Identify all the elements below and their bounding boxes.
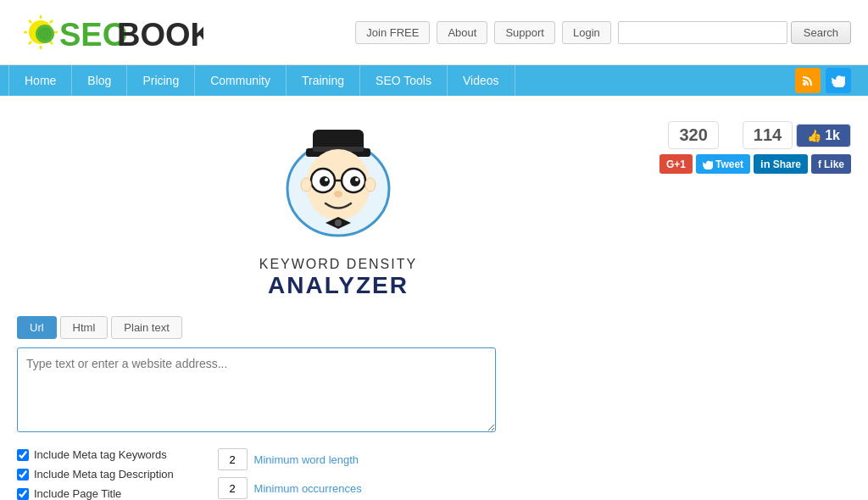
google-plus-count: 320 xyxy=(668,121,718,149)
min-occurrences-item: 2 Minimum occurrences xyxy=(218,477,362,499)
min-word-length-label: Minimum word length xyxy=(254,453,359,466)
svg-line-4 xyxy=(50,42,53,44)
rss-icon[interactable] xyxy=(795,68,821,93)
svg-point-24 xyxy=(325,178,328,181)
logo: SEO BOOK xyxy=(17,8,203,56)
svg-line-6 xyxy=(29,42,31,44)
meta-description-label: Include Meta tag Description xyxy=(34,468,174,481)
main-content: KEYWORD DENSITY ANALYZER 320 114 👍 1k G+… xyxy=(0,96,868,500)
join-button[interactable]: Join FREE xyxy=(355,21,430,44)
tool-area: KEYWORD DENSITY ANALYZER 320 114 👍 1k G+… xyxy=(17,113,851,299)
tool-logo-area: KEYWORD DENSITY ANALYZER xyxy=(17,113,659,299)
options-row: Include Meta tag Keywords Include Meta t… xyxy=(17,448,851,500)
input-tabs: Url Html Plain text xyxy=(17,316,851,339)
nav-item-videos[interactable]: Videos xyxy=(448,65,515,96)
svg-point-26 xyxy=(334,191,342,197)
search-button[interactable]: Search xyxy=(791,21,851,44)
nav-item-pricing[interactable]: Pricing xyxy=(127,65,195,96)
search-input[interactable] xyxy=(618,21,787,44)
facebook-like-button[interactable]: f Like xyxy=(811,154,851,174)
stats-row: 320 114 👍 1k xyxy=(668,121,851,149)
mascot-image xyxy=(270,113,406,248)
meta-keywords-option[interactable]: Include Meta tag Keywords xyxy=(17,448,184,461)
svg-point-28 xyxy=(335,219,342,226)
tab-html[interactable]: Html xyxy=(60,316,108,339)
nav-item-blog[interactable]: Blog xyxy=(72,65,127,96)
nav-item-training[interactable]: Training xyxy=(287,65,360,96)
meta-keywords-checkbox[interactable] xyxy=(17,449,29,461)
linkedin-share-button[interactable]: in Share xyxy=(754,154,808,174)
nav-icons xyxy=(795,68,860,93)
meta-description-checkbox[interactable] xyxy=(17,469,29,481)
input-area xyxy=(17,347,496,435)
tool-title: KEYWORD DENSITY ANALYZER xyxy=(259,257,417,299)
svg-point-25 xyxy=(355,178,359,181)
social-stats: 320 114 👍 1k G+1 Tweet in Share xyxy=(659,121,851,174)
page-title-label: Include Page Title xyxy=(34,487,121,500)
min-word-length-item: 2 Minimum word length xyxy=(218,448,362,470)
page-title-option[interactable]: Include Page Title xyxy=(17,487,184,500)
svg-line-2 xyxy=(50,20,53,23)
tool-logo: KEYWORD DENSITY ANALYZER xyxy=(17,113,659,299)
likes-count: 114 xyxy=(743,121,793,149)
twitter-nav-icon[interactable] xyxy=(826,68,851,93)
min-word-length-input[interactable]: 2 xyxy=(218,448,248,470)
svg-point-29 xyxy=(301,178,311,192)
page-title-checkbox[interactable] xyxy=(17,488,29,500)
tool-title-bottom: ANALYZER xyxy=(259,272,417,299)
google-plus-button[interactable]: G+1 xyxy=(659,154,693,174)
nav-item-seo-tools[interactable]: SEO Tools xyxy=(360,65,448,96)
nav-links: Home Blog Pricing Community Training SEO… xyxy=(8,65,515,96)
min-occurrences-input[interactable]: 2 xyxy=(218,477,248,499)
meta-keywords-label: Include Meta tag Keywords xyxy=(34,448,167,461)
svg-point-22 xyxy=(320,176,330,186)
main-nav: Home Blog Pricing Community Training SEO… xyxy=(0,65,868,96)
logo-svg: SEO BOOK xyxy=(17,8,203,56)
nav-item-community[interactable]: Community xyxy=(195,65,287,96)
support-button[interactable]: Support xyxy=(494,21,555,44)
header-right: Join FREE About Support Login Search xyxy=(355,21,851,44)
svg-point-13 xyxy=(803,82,806,86)
tab-url[interactable]: Url xyxy=(17,316,57,339)
search-area: Search xyxy=(618,21,851,44)
svg-point-23 xyxy=(350,176,360,186)
filters: 2 Minimum word length 2 Minimum occurren… xyxy=(218,448,362,500)
svg-point-10 xyxy=(38,27,52,41)
login-button[interactable]: Login xyxy=(562,21,611,44)
facebook-count: 👍 1k xyxy=(796,124,851,147)
header: SEO BOOK Join FREE About Support Login S… xyxy=(0,0,868,65)
about-button[interactable]: About xyxy=(437,21,487,44)
checkboxes: Include Meta tag Keywords Include Meta t… xyxy=(17,448,184,500)
min-occurrences-label: Minimum occurrences xyxy=(254,482,362,495)
tool-title-top: KEYWORD DENSITY xyxy=(259,257,417,272)
nav-item-home[interactable]: Home xyxy=(8,65,72,96)
svg-text:BOOK: BOOK xyxy=(117,17,203,53)
social-buttons: G+1 Tweet in Share f Like xyxy=(659,154,851,174)
svg-point-30 xyxy=(365,178,376,192)
tweet-button[interactable]: Tweet xyxy=(696,154,750,174)
tab-plain-text[interactable]: Plain text xyxy=(111,316,181,339)
svg-line-8 xyxy=(29,20,31,23)
meta-description-option[interactable]: Include Meta tag Description xyxy=(17,468,184,481)
url-input[interactable] xyxy=(17,347,496,432)
